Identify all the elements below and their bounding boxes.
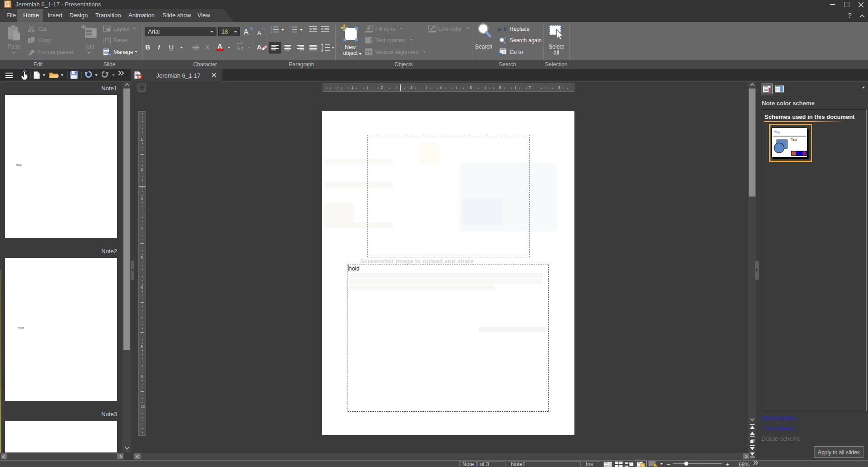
svg-text:Text: Text	[791, 138, 797, 141]
svg-text:3: 3	[289, 31, 290, 33]
svg-text:a: a	[498, 26, 501, 32]
svg-text:b: b	[504, 26, 507, 32]
svg-text:P: P	[138, 75, 141, 79]
svg-text:S: S	[6, 1, 10, 7]
svg-text:Title: Title	[774, 131, 780, 134]
